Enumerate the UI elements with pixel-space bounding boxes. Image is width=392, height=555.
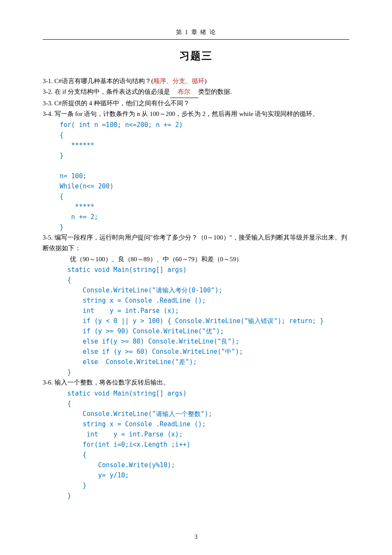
q-text: C#所提供的 4 种循环中，他们之间有什么不同？ — [55, 100, 190, 107]
code-block-3-4: for( int n =100; n<=200; n += 2) { *****… — [60, 120, 349, 232]
question-3-4: 3-4. 写一条 for 语句，计数条件为 n 从 100～200，步长为 2，… — [43, 109, 349, 120]
q-blank: 布尔 — [170, 87, 198, 98]
question-3-2: 3-2. 在 if 分支结构中，条件表达式的值必须是 布尔 类型的数据. — [43, 87, 349, 98]
q-text: C#语言有哪几种基本的语句结构？( — [55, 78, 154, 84]
q-num: 3-4. — [43, 109, 53, 120]
code-block-3-6: static void Main(string[] args) { Consol… — [67, 388, 349, 501]
q-text-a: 在 if 分支结构中，条件表达式的值必须是 — [55, 88, 170, 95]
code-block-3-5: static void Main(string[] args) { Consol… — [67, 265, 349, 377]
question-3-3: 3-3. C#所提供的 4 种循环中，他们之间有什么不同？ — [43, 98, 349, 109]
question-3-6: 3-6. 输入一个整数，将各位数字反转后输出。 — [43, 377, 349, 388]
page: 第 1 章 绪 论 习题三 3-1. C#语言有哪几种基本的语句结构？(顺序、分… — [0, 0, 392, 555]
q-num: 3-5. — [43, 232, 53, 243]
q-text-b: 类型的数据. — [198, 88, 232, 95]
page-header: 第 1 章 绪 论 — [43, 27, 349, 40]
q5-criteria: 优（90～100）、良（80～89）、中（60～79）和差（0～59） — [70, 254, 349, 265]
q-text: 输入一个整数，将各位数字反转后输出。 — [55, 379, 170, 386]
q-text: 编写一段程序，运行时向用户提问"你考了多少分？（0～100）"，接受输入后判断其… — [43, 234, 347, 252]
q-answer: 顺序、分支、循环 — [153, 78, 205, 84]
q-num: 3-2. — [43, 87, 53, 98]
q-num: 3-6. — [43, 377, 53, 388]
q-num: 3-1. — [43, 76, 53, 87]
q-num: 3-3. — [43, 98, 53, 109]
page-number: 3 — [0, 532, 392, 542]
q-text: 写一条 for 语句，计数条件为 n 从 100～200，步长为 2，然后再用 … — [53, 110, 319, 117]
q-close: ) — [205, 78, 207, 84]
question-3-1: 3-1. C#语言有哪几种基本的语句结构？(顺序、分支、循环) — [43, 76, 349, 87]
page-title: 习题三 — [43, 47, 349, 65]
question-3-5: 3-5. 编写一段程序，运行时向用户提问"你考了多少分？（0～100）"，接受输… — [43, 232, 349, 254]
